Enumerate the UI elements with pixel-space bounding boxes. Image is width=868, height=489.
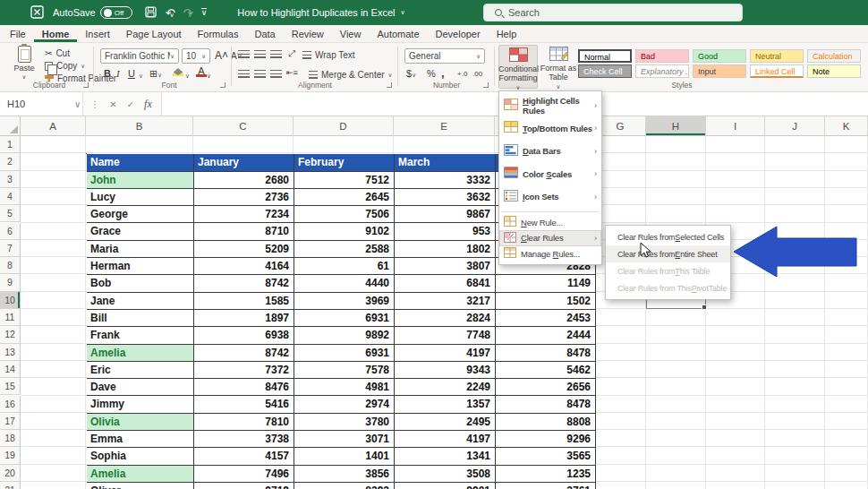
column-header-I[interactable]: I: [706, 116, 765, 136]
column-header-A[interactable]: A: [21, 116, 86, 136]
table-row[interactable]: Amelia8742693141978478: [87, 345, 596, 362]
table-cell-value[interactable]: 1802: [395, 241, 496, 258]
table-cell-value[interactable]: 2824: [395, 310, 496, 327]
table-cell-value[interactable]: 2249: [395, 379, 496, 396]
format-as-table-button[interactable]: Format as Table ∨: [540, 45, 577, 89]
borders-button[interactable]: ⊞∨: [149, 68, 162, 80]
cell-style-linked-cell[interactable]: Linked Cell: [750, 64, 804, 78]
cell-style-bad[interactable]: Bad: [635, 49, 689, 63]
table-cell-value[interactable]: 1235: [496, 466, 596, 483]
font-color-button[interactable]: A: [196, 66, 207, 77]
column-header-J[interactable]: J: [765, 116, 825, 136]
decrease-decimal-button[interactable]: .00: [472, 70, 482, 78]
cut-button[interactable]: ✂ Cut: [45, 48, 70, 58]
table-cell-value[interactable]: 1149: [496, 275, 596, 292]
row-header-15[interactable]: 15: [0, 378, 21, 395]
number-dialog-launcher-icon[interactable]: [483, 82, 489, 88]
table-row[interactable]: Emma3738307141979296: [87, 431, 596, 448]
table-cell-value[interactable]: 7578: [294, 362, 395, 379]
table-cell-value[interactable]: 5209: [194, 241, 294, 258]
table-cell-value[interactable]: 6938: [194, 327, 294, 344]
menu-item-top-bottom-rules[interactable]: Top/Bottom Rules›: [499, 117, 601, 141]
table-cell-value[interactable]: 1502: [496, 293, 596, 310]
table-cell-value[interactable]: 1585: [194, 293, 294, 310]
table-row[interactable]: Bob8742444068411149: [87, 275, 596, 292]
align-left-button[interactable]: [238, 70, 250, 78]
submenu-item-clear-rules-from-entire-sheet[interactable]: Clear Rules from Entire Sheet: [606, 245, 730, 262]
table-cell-value[interactable]: 9867: [395, 206, 496, 223]
table-cell-value[interactable]: 3508: [395, 466, 496, 483]
italic-button[interactable]: I: [116, 68, 120, 79]
table-cell-value[interactable]: 4197: [395, 345, 496, 362]
table-row[interactable]: Oliver9719829399012761: [87, 483, 596, 489]
quick-access-toolbar-icon[interactable]: ∨: [201, 8, 208, 17]
row-header-18[interactable]: 18: [0, 430, 21, 447]
table-cell-value[interactable]: 7496: [194, 466, 294, 483]
table-cell-value[interactable]: 3738: [194, 431, 294, 448]
table-cell-name[interactable]: Eric: [87, 362, 194, 379]
table-row[interactable]: Jane1585396932171502: [87, 293, 596, 310]
insert-function-icon[interactable]: fx: [144, 98, 152, 111]
table-header-name[interactable]: Name: [87, 154, 194, 171]
table-row[interactable]: Dave8476498122492656: [87, 379, 596, 396]
table-cell-name[interactable]: Grace: [87, 223, 194, 240]
wrap-text-button[interactable]: Wrap Text: [302, 50, 355, 60]
table-row[interactable]: Olivia7810378024958808: [87, 414, 596, 431]
table-cell-value[interactable]: 6931: [294, 345, 395, 362]
table-row[interactable]: Eric7372757893435462: [87, 362, 596, 379]
table-cell-name[interactable]: Frank: [87, 327, 194, 344]
table-cell-value[interactable]: 6931: [294, 310, 395, 327]
table-cell-value[interactable]: 8742: [194, 345, 294, 362]
align-top-button[interactable]: [238, 50, 250, 58]
comma-style-button[interactable]: ,: [441, 66, 445, 80]
table-cell-value[interactable]: 2453: [496, 310, 596, 327]
accounting-format-button[interactable]: $∨: [406, 68, 416, 79]
table-cell-name[interactable]: Amelia: [87, 466, 194, 483]
table-cell-value[interactable]: 4164: [194, 258, 294, 275]
save-icon[interactable]: [145, 6, 157, 20]
table-cell-name[interactable]: John: [87, 172, 194, 189]
row-header-21[interactable]: 21: [0, 482, 21, 489]
font-name-combo[interactable]: Franklin Gothic Me ∨: [100, 48, 179, 64]
cell-style-neutral[interactable]: Neutral: [750, 49, 804, 63]
column-header-C[interactable]: C: [193, 116, 294, 136]
table-cell-value[interactable]: 3217: [395, 293, 496, 310]
table-row[interactable]: Frank6938989277482444: [87, 327, 596, 344]
table-cell-value[interactable]: 1357: [395, 396, 496, 413]
search-input[interactable]: Search: [483, 4, 743, 21]
table-cell-value[interactable]: 8293: [294, 483, 395, 489]
row-header-9[interactable]: 9: [0, 274, 21, 291]
table-cell-name[interactable]: George: [87, 206, 194, 223]
align-bottom-button[interactable]: [270, 50, 282, 58]
table-cell-value[interactable]: 3565: [496, 448, 596, 465]
data-table[interactable]: NameJanuaryFebruaryMarchAprilJohn2680751…: [86, 153, 87, 154]
table-cell-value[interactable]: 9892: [294, 327, 395, 344]
increase-decimal-button[interactable]: +.0: [457, 70, 467, 78]
align-center-button[interactable]: [254, 70, 266, 78]
clipboard-dialog-launcher-icon[interactable]: [83, 82, 89, 88]
table-cell-value[interactable]: 7506: [294, 206, 395, 223]
column-header-K[interactable]: K: [825, 116, 868, 136]
table-cell-value[interactable]: 1897: [194, 310, 294, 327]
row-header-3[interactable]: 3: [0, 171, 21, 188]
table-cell-name[interactable]: Emma: [87, 431, 194, 448]
row-header-20[interactable]: 20: [0, 465, 21, 482]
table-cell-value[interactable]: 2736: [194, 189, 294, 206]
menu-item-clear-rules[interactable]: Clear Rules›: [499, 230, 601, 246]
alignment-dialog-launcher-icon[interactable]: [387, 82, 392, 88]
table-header-march[interactable]: March: [395, 154, 496, 171]
table-cell-name[interactable]: Jimmy: [87, 396, 194, 413]
menu-item-color-scales[interactable]: Color Scales›: [499, 163, 601, 186]
table-cell-value[interactable]: 6841: [395, 275, 496, 292]
table-cell-name[interactable]: Bob: [87, 275, 194, 292]
tab-review[interactable]: Review: [284, 25, 332, 42]
table-cell-value[interactable]: 9343: [395, 362, 496, 379]
autosave-toggle[interactable]: Off: [100, 6, 132, 19]
table-cell-value[interactable]: 8742: [194, 275, 294, 292]
fill-color-button[interactable]: [173, 68, 183, 76]
table-cell-value[interactable]: 2656: [496, 379, 596, 396]
underline-button[interactable]: U: [128, 68, 135, 79]
menu-item-new-rule[interactable]: New Rule...: [499, 215, 601, 231]
cancel-entry-icon[interactable]: ✕: [109, 99, 116, 109]
row-header-14[interactable]: 14: [0, 361, 21, 378]
